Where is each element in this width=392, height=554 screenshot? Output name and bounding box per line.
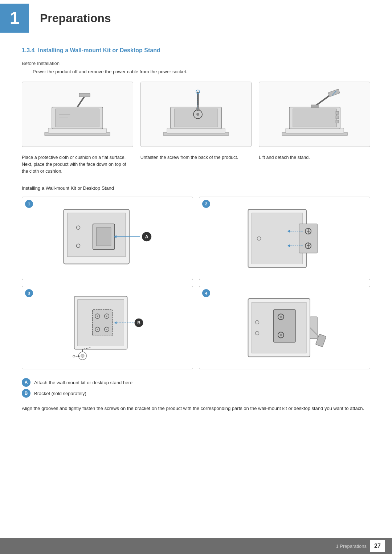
svg-line-73 — [75, 356, 78, 357]
img-box-3 — [259, 82, 370, 147]
caption-3: Lift and detach the stand. — [259, 154, 370, 175]
legend-badge-b: B — [22, 389, 30, 398]
install-section-label: Installing a Wall-mount Kit or Desktop S… — [22, 185, 370, 191]
caption-1: Place a protective cloth or cushion on a… — [22, 154, 133, 175]
svg-point-13 — [196, 113, 199, 116]
diagram-2: 2 — [199, 197, 370, 280]
img-box-1 — [22, 82, 133, 147]
legend-a-text: Attach the wall-mount kit or desktop sta… — [34, 380, 132, 385]
svg-rect-40 — [252, 213, 303, 264]
svg-rect-25 — [311, 105, 318, 108]
svg-point-59 — [106, 316, 107, 317]
svg-rect-5 — [79, 93, 90, 97]
step-badge-2: 2 — [202, 200, 210, 208]
svg-point-63 — [106, 329, 107, 330]
align-text: Align the grooves and tightly fasten the… — [22, 405, 370, 413]
instruction-text: Power the product off and remove the pow… — [33, 69, 370, 74]
legend: A Attach the wall-mount kit or desktop s… — [22, 378, 370, 398]
svg-point-79 — [280, 316, 282, 318]
svg-point-61 — [97, 329, 98, 330]
svg-line-22 — [315, 94, 331, 106]
legend-item-b: B Bracket (sold separately) — [22, 389, 370, 398]
svg-text:A: A — [145, 234, 149, 239]
chapter-number-block: 1 — [0, 4, 29, 33]
section-heading: 1.3.4 Installing a Wall-mount Kit or Des… — [22, 47, 370, 56]
svg-point-57 — [97, 316, 98, 317]
svg-rect-34 — [97, 227, 111, 246]
svg-point-81 — [280, 334, 282, 336]
svg-rect-55 — [93, 309, 113, 336]
svg-rect-77 — [274, 309, 295, 342]
svg-point-69 — [81, 354, 84, 357]
svg-rect-28 — [336, 120, 339, 123]
main-content: 1.3.4 Installing a Wall-mount Kit or Des… — [0, 47, 392, 456]
svg-marker-15 — [196, 105, 200, 110]
chapter-title: Preparations — [36, 4, 111, 33]
page-header: 1 Preparations — [0, 0, 392, 33]
step-badge-4: 4 — [202, 289, 210, 297]
svg-rect-11 — [174, 109, 218, 127]
legend-item-a: A Attach the wall-mount kit or desktop s… — [22, 378, 370, 387]
svg-text:O: O — [73, 354, 75, 358]
captions-row: Place a protective cloth or cushion on a… — [22, 154, 370, 175]
svg-rect-21 — [293, 109, 336, 127]
svg-line-4 — [77, 96, 85, 107]
caption-2: Unfasten the screw from the back of the … — [140, 154, 252, 175]
diagram-1: 1 A — [22, 197, 193, 280]
img-box-2 — [140, 82, 252, 147]
diagram-4: 4 — [199, 286, 370, 369]
footer-page-number: 27 — [370, 540, 385, 552]
chapter-number: 1 — [10, 9, 20, 27]
footer-text: 1 Preparations — [336, 543, 367, 549]
diagram-3: 3 B — [22, 286, 193, 369]
svg-text:B: B — [137, 320, 140, 325]
diagrams-grid: 1 A 2 — [22, 197, 370, 369]
svg-rect-27 — [336, 116, 339, 119]
svg-rect-84 — [310, 317, 317, 338]
images-row — [22, 82, 370, 147]
before-installation-label: Before Installation — [22, 61, 370, 66]
svg-marker-74 — [78, 355, 80, 357]
step-badge-3: 3 — [25, 289, 33, 297]
svg-rect-23 — [328, 89, 340, 97]
step-badge-1: 1 — [25, 200, 33, 208]
svg-rect-26 — [336, 111, 339, 114]
legend-badge-a: A — [22, 378, 30, 387]
page-footer: 1 Preparations 27 — [0, 538, 392, 554]
legend-b-text: Bracket (sold separately) — [34, 391, 86, 396]
